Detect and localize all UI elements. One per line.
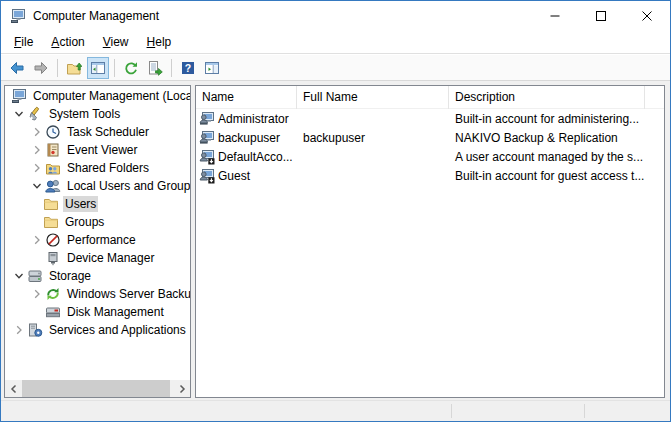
user-description: Built-in account for administering... xyxy=(449,112,645,126)
chevron-right-icon[interactable] xyxy=(29,286,45,302)
tree-item-windows-server-backup[interactable]: Windows Server Backup xyxy=(5,285,190,303)
tree-item-local-users-and-groups[interactable]: Local Users and Groups xyxy=(5,177,190,195)
chevron-right-icon[interactable] xyxy=(29,160,45,176)
export-list-icon xyxy=(147,60,163,76)
window-title: Computer Management xyxy=(33,9,159,23)
column-header-name[interactable]: Name xyxy=(196,86,297,109)
chevron-down-icon[interactable] xyxy=(11,268,27,284)
tree-item-disk-management[interactable]: Disk Management xyxy=(5,303,190,321)
minimize-button[interactable] xyxy=(532,1,578,31)
forward-button[interactable] xyxy=(30,57,52,79)
tree-item-label: Groups xyxy=(63,214,106,230)
table-row[interactable]: Guest Built-in account for guest access … xyxy=(196,166,664,185)
scroll-right-arrow-icon[interactable] xyxy=(173,380,190,397)
table-row[interactable]: DefaultAcco... A user account managed by… xyxy=(196,147,664,166)
shared-folders-icon xyxy=(45,160,61,176)
console-tree-pane: Computer Management (Local) System Tools… xyxy=(4,85,191,398)
statusbar-divider xyxy=(451,404,452,418)
console-tree-icon xyxy=(90,60,106,76)
column-header-description[interactable]: Description xyxy=(449,86,645,109)
action-pane-icon xyxy=(204,60,220,76)
chevron-down-icon[interactable] xyxy=(11,106,27,122)
toolbar-separator xyxy=(57,59,58,77)
menu-bar: FileActionViewHelp xyxy=(1,31,670,54)
tree-item-label: Task Scheduler xyxy=(65,124,151,140)
scrollbar-thumb[interactable] xyxy=(22,380,170,397)
server-backup-icon xyxy=(45,286,61,302)
user-description: A user account managed by the s... xyxy=(449,150,645,164)
disk-icon xyxy=(45,304,61,320)
tree-item-services-and-applications[interactable]: Services and Applications xyxy=(5,321,190,339)
users-icon xyxy=(45,178,61,194)
tree-item-event-viewer[interactable]: Event Viewer xyxy=(5,141,190,159)
refresh-icon xyxy=(123,60,139,76)
folder-icon xyxy=(43,214,59,230)
tree-item-computer-management-local[interactable]: Computer Management (Local) xyxy=(5,87,190,105)
forward-arrow-icon xyxy=(33,60,49,76)
tree-item-label: Computer Management (Local) xyxy=(31,88,190,104)
tree-item-label: System Tools xyxy=(47,106,122,122)
tree-item-groups[interactable]: Groups xyxy=(5,213,190,231)
menu-help[interactable]: Help xyxy=(138,32,181,52)
chevron-right-icon[interactable] xyxy=(29,142,45,158)
details-pane: NameFull NameDescription Administrator B… xyxy=(195,85,665,398)
help-icon: ? xyxy=(180,60,196,76)
folder-icon xyxy=(43,196,59,212)
tree-expander-slot xyxy=(29,304,45,320)
window-controls xyxy=(532,1,670,31)
chevron-right-icon[interactable] xyxy=(29,124,45,140)
scroll-left-arrow-icon[interactable] xyxy=(5,380,22,397)
tools-icon xyxy=(27,106,43,122)
table-row[interactable]: Administrator Built-in account for admin… xyxy=(196,109,664,128)
maximize-button[interactable] xyxy=(578,1,624,31)
device-icon xyxy=(45,250,61,266)
tree-item-label: Storage xyxy=(47,268,93,284)
svg-text:?: ? xyxy=(185,62,191,74)
statusbar-divider xyxy=(584,404,585,418)
tree-item-label: Performance xyxy=(65,232,138,248)
table-row[interactable]: backupuser backupuser NAKIVO Backup & Re… xyxy=(196,128,664,147)
toolbar-separator xyxy=(114,59,115,77)
chevron-right-icon[interactable] xyxy=(29,232,45,248)
show-action-pane-button[interactable] xyxy=(201,57,223,79)
user-description: Built-in account for guest access t... xyxy=(449,169,645,183)
tree-item-storage[interactable]: Storage xyxy=(5,267,190,285)
tree-item-users[interactable]: Users xyxy=(5,195,190,213)
user-disabled-icon xyxy=(199,149,215,165)
column-header-full-name[interactable]: Full Name xyxy=(297,86,449,109)
tree-item-device-manager[interactable]: Device Manager xyxy=(5,249,190,267)
tree-item-label: Disk Management xyxy=(65,304,166,320)
user-icon xyxy=(199,130,215,146)
tree-item-label: Windows Server Backup xyxy=(65,286,190,302)
tree-item-label: Device Manager xyxy=(65,250,156,266)
title-bar[interactable]: Computer Management xyxy=(1,1,670,31)
user-name: DefaultAcco... xyxy=(218,150,293,164)
menu-view[interactable]: View xyxy=(94,32,138,52)
menu-file[interactable]: File xyxy=(5,32,42,52)
toolbar-separator xyxy=(171,59,172,77)
export-list-button[interactable] xyxy=(144,57,166,79)
user-icon xyxy=(199,111,215,127)
tree-item-system-tools[interactable]: System Tools xyxy=(5,105,190,123)
user-list: Administrator Built-in account for admin… xyxy=(196,109,664,185)
tree-horizontal-scrollbar[interactable] xyxy=(5,380,190,397)
refresh-button[interactable] xyxy=(120,57,142,79)
computer-icon xyxy=(10,8,26,24)
menu-action[interactable]: Action xyxy=(42,32,93,52)
chevron-right-icon[interactable] xyxy=(11,322,27,338)
user-description: NAKIVO Backup & Replication xyxy=(449,131,645,145)
tree-item-label: Event Viewer xyxy=(65,142,139,158)
back-button[interactable] xyxy=(6,57,28,79)
tree-item-label: Shared Folders xyxy=(65,160,151,176)
list-header: NameFull NameDescription xyxy=(196,86,664,109)
help-button[interactable]: ? xyxy=(177,57,199,79)
tree-item-label: Services and Applications xyxy=(47,322,188,338)
tree-item-shared-folders[interactable]: Shared Folders xyxy=(5,159,190,177)
up-folder-icon xyxy=(66,60,82,76)
up-level-button[interactable] xyxy=(63,57,85,79)
chevron-down-icon[interactable] xyxy=(29,178,45,194)
tree-item-task-scheduler[interactable]: Task Scheduler xyxy=(5,123,190,141)
close-button[interactable] xyxy=(624,1,670,31)
tree-item-performance[interactable]: Performance xyxy=(5,231,190,249)
show-console-tree-button[interactable] xyxy=(87,57,109,79)
